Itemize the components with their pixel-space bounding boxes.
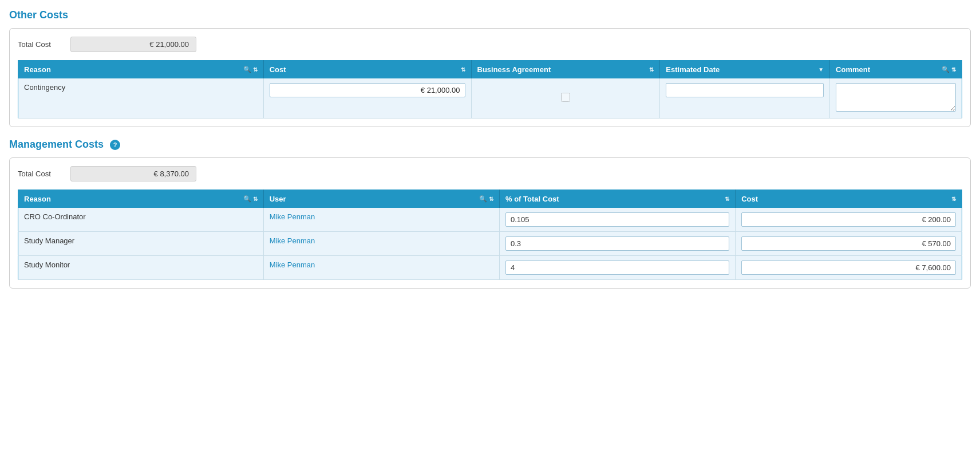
ba-sort-icon[interactable]: ⇅ (649, 66, 654, 73)
other-costs-total-row: Total Cost € 21,000.00 (18, 37, 962, 52)
user-link[interactable]: Mike Penman (270, 260, 315, 269)
mgmt-reason-search-icon[interactable]: 🔍 (243, 195, 251, 203)
cell-reason: Study Manager (18, 232, 264, 256)
cell-cost (736, 256, 962, 280)
other-costs-total-label: Total Cost (18, 40, 64, 49)
table-row: Contingency (18, 78, 962, 119)
cell-ba (471, 78, 660, 119)
ba-checkbox[interactable] (561, 93, 570, 102)
comment-sort-icon[interactable]: ⇅ (951, 66, 956, 73)
cell-cost (263, 78, 471, 119)
management-costs-title: Management Costs ? (9, 139, 971, 151)
other-costs-total-value: € 21,000.00 (70, 37, 196, 52)
other-costs-table: Reason 🔍 ⇅ Cost ⇅ (18, 60, 962, 119)
management-costs-title-text: Management Costs (9, 139, 104, 150)
other-costs-col-cost-label: Cost (270, 65, 286, 74)
other-costs-col-reason-label: Reason (24, 65, 51, 74)
cell-reason: Contingency (18, 78, 264, 119)
pct-input[interactable] (505, 212, 729, 227)
other-costs-col-ba-label: Business Agreement (477, 65, 551, 74)
reason-search-icon[interactable]: 🔍 (243, 66, 251, 73)
cell-cost (736, 208, 962, 232)
other-costs-container: Total Cost € 21,000.00 Reason 🔍 ⇅ (9, 28, 971, 127)
user-link[interactable]: Mike Penman (270, 236, 315, 245)
other-costs-col-cost: Cost ⇅ (263, 61, 471, 79)
other-costs-col-date-label: Estimated Date (666, 65, 720, 74)
cost-input[interactable] (741, 212, 956, 227)
management-costs-section: Management Costs ? Total Cost € 8,370.00… (9, 139, 971, 289)
mgmt-cost-sort-icon[interactable]: ⇅ (951, 196, 956, 202)
mgmt-col-pct: % of Total Cost ⇅ (499, 190, 735, 208)
mgmt-col-reason: Reason 🔍 ⇅ (18, 190, 264, 208)
mgmt-user-sort-icon[interactable]: ⇅ (489, 196, 493, 202)
table-row: Study Monitor Mike Penman (18, 256, 962, 280)
table-row: Study Manager Mike Penman (18, 232, 962, 256)
mgmt-pct-sort-icon[interactable]: ⇅ (725, 196, 729, 202)
cost-input[interactable] (741, 260, 956, 275)
mgmt-user-search-icon[interactable]: 🔍 (479, 195, 487, 203)
mgmt-col-pct-label: % of Total Cost (505, 195, 559, 203)
other-costs-col-date: Estimated Date ▼ (660, 61, 830, 79)
date-sort-icon[interactable]: ▼ (818, 66, 824, 73)
cell-comment (830, 78, 962, 119)
user-link[interactable]: Mike Penman (270, 212, 315, 221)
cell-date (660, 78, 830, 119)
other-costs-section: Other Costs Total Cost € 21,000.00 Reaso… (9, 9, 971, 127)
management-costs-header-row: Reason 🔍 ⇅ User 🔍 ⇅ (18, 190, 962, 208)
other-costs-col-reason: Reason 🔍 ⇅ (18, 61, 264, 79)
cell-pct (499, 232, 735, 256)
mgmt-col-cost-label: Cost (741, 195, 758, 203)
management-costs-total-label: Total Cost (18, 169, 64, 178)
cell-user: Mike Penman (263, 208, 499, 232)
comment-search-icon[interactable]: 🔍 (942, 66, 950, 73)
other-costs-col-comment-label: Comment (836, 65, 870, 74)
mgmt-col-user-label: User (270, 195, 286, 203)
reason-sort-icon[interactable]: ⇅ (253, 66, 258, 73)
help-icon[interactable]: ? (110, 140, 120, 150)
cell-user: Mike Penman (263, 256, 499, 280)
cost-sort-icon[interactable]: ⇅ (461, 66, 465, 73)
pct-input[interactable] (505, 236, 729, 251)
other-costs-col-ba: Business Agreement ⇅ (471, 61, 660, 79)
mgmt-col-user: User 🔍 ⇅ (263, 190, 499, 208)
cell-cost (736, 232, 962, 256)
other-costs-col-comment: Comment 🔍 ⇅ (830, 61, 962, 79)
cell-pct (499, 208, 735, 232)
other-costs-title: Other Costs (9, 9, 971, 21)
pct-input[interactable] (505, 260, 729, 275)
cost-input[interactable] (270, 83, 465, 97)
cell-reason: Study Monitor (18, 256, 264, 280)
cell-reason: CRO Co-Ordinator (18, 208, 264, 232)
date-input[interactable] (666, 83, 824, 97)
table-row: CRO Co-Ordinator Mike Penman (18, 208, 962, 232)
management-costs-total-value: € 8,370.00 (70, 166, 196, 181)
management-costs-container: Total Cost € 8,370.00 Reason 🔍 ⇅ (9, 157, 971, 289)
cost-input[interactable] (741, 236, 956, 251)
mgmt-reason-sort-icon[interactable]: ⇅ (253, 196, 258, 202)
cell-pct (499, 256, 735, 280)
management-costs-total-row: Total Cost € 8,370.00 (18, 166, 962, 181)
mgmt-col-cost: Cost ⇅ (736, 190, 962, 208)
management-costs-table: Reason 🔍 ⇅ User 🔍 ⇅ (18, 190, 962, 280)
mgmt-col-reason-label: Reason (24, 195, 51, 203)
other-costs-header-row: Reason 🔍 ⇅ Cost ⇅ (18, 61, 962, 79)
comment-textarea[interactable] (836, 83, 956, 112)
cell-user: Mike Penman (263, 232, 499, 256)
